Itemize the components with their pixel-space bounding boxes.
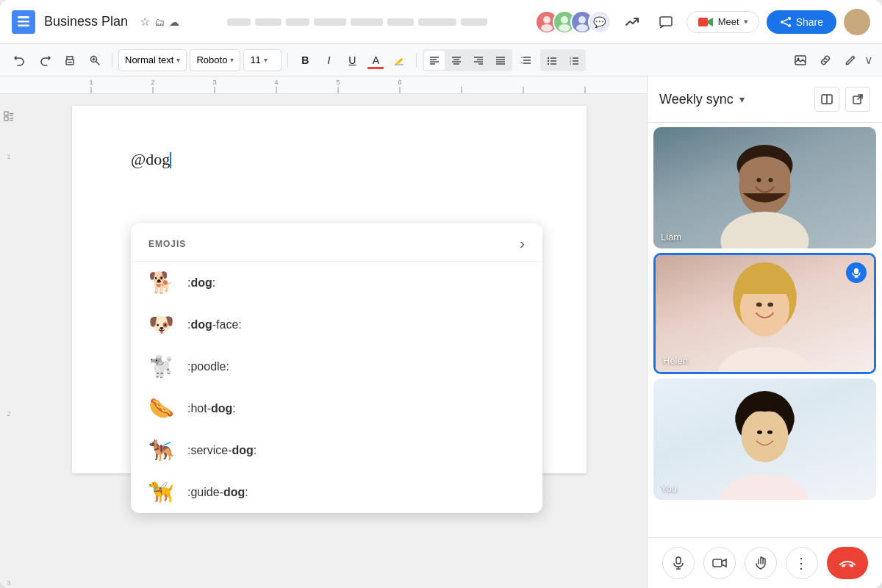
svg-point-16 [788, 24, 791, 27]
svg-point-8 [578, 16, 586, 24]
number-list-button[interactable]: 123 [564, 51, 584, 70]
svg-point-96 [719, 347, 811, 372]
comment-button[interactable] [653, 9, 679, 35]
emoji-item-poodle[interactable]: 🐩 :poodle: [131, 345, 542, 387]
svg-point-4 [543, 16, 551, 24]
zoom-button[interactable] [84, 49, 106, 71]
doc-content-area[interactable]: @dog [131, 150, 528, 169]
video-list: Liam [648, 123, 882, 537]
user-avatar[interactable] [844, 9, 870, 35]
end-call-button[interactable] [827, 547, 868, 579]
svg-rect-10 [660, 17, 672, 26]
ruler-area: 1 2 3 4 5 6 [0, 76, 647, 94]
folder-icon[interactable]: 🗂 [154, 16, 165, 28]
svg-rect-78 [4, 112, 8, 115]
bullet-list-button[interactable] [542, 51, 562, 70]
highlight-button[interactable] [388, 49, 410, 71]
outline-icon[interactable] [1, 109, 16, 123]
emoji-item-dog-face[interactable]: 🐶 :dog-face: [131, 304, 542, 345]
hand-raise-button[interactable] [745, 547, 777, 579]
svg-line-87 [858, 95, 862, 99]
menu-insert[interactable] [314, 18, 346, 26]
meet-title-chevron-icon[interactable]: ▾ [739, 93, 745, 105]
video-mic-icon-helen [846, 262, 867, 283]
meet-popout-button[interactable] [845, 87, 870, 112]
menu-bar [227, 18, 487, 26]
undo-button[interactable] [9, 49, 31, 71]
align-right-button[interactable] [468, 51, 489, 70]
svg-marker-13 [708, 18, 713, 26]
font-select[interactable]: Roboto ▾ [190, 49, 240, 71]
redo-button[interactable] [34, 49, 56, 71]
print-button[interactable] [59, 49, 81, 71]
menu-edit[interactable] [255, 18, 282, 26]
svg-text:3: 3 [570, 62, 572, 65]
video-label-you: You [661, 483, 677, 494]
meet-button[interactable]: Meet ▾ [686, 11, 759, 33]
emoji-item-hotdog[interactable]: 🌭 :hot-dog: [131, 387, 542, 429]
main-area: 1 2 3 4 5 6 [0, 76, 882, 588]
mic-control-button[interactable] [662, 547, 695, 579]
svg-rect-110 [713, 559, 722, 567]
menu-view[interactable] [286, 18, 309, 26]
pencil-button[interactable] [839, 49, 861, 71]
svg-marker-111 [722, 559, 726, 567]
page-number-2: 2 [7, 410, 10, 417]
underline-button[interactable]: U [341, 49, 363, 71]
svg-point-20 [850, 25, 864, 34]
emoji-dogface-label: :dog-face: [187, 318, 242, 331]
size-select[interactable]: 11 ▾ [243, 49, 282, 71]
emoji-item-servicedog[interactable]: 🐕‍🦺 :service-dog: [131, 429, 542, 471]
emoji-item-guidedog[interactable]: 🦮 :guide-dog: [131, 471, 542, 513]
video-tile-helen[interactable]: Helen [653, 253, 876, 374]
menu-extensions[interactable] [418, 18, 456, 26]
emoji-dog-glyph: 🐕 [148, 270, 174, 295]
share-button[interactable]: Share [767, 10, 836, 34]
align-center-button[interactable] [446, 51, 467, 70]
svg-point-49 [548, 62, 549, 64]
menu-format[interactable] [351, 18, 383, 26]
align-left-button[interactable] [424, 51, 445, 70]
insert-link-button[interactable] [814, 49, 836, 71]
star-icon[interactable]: ☆ [140, 15, 150, 29]
cursor-caret [170, 152, 171, 168]
size-chevron-icon: ▾ [264, 56, 268, 64]
menu-file[interactable] [227, 18, 251, 26]
bold-button[interactable]: B [294, 49, 316, 71]
typed-text: @dog [131, 150, 170, 168]
svg-text:4: 4 [274, 79, 278, 86]
doc-page[interactable]: @dog EMOJIS › 🐕 :dog: [72, 106, 587, 473]
svg-text:6: 6 [398, 79, 401, 86]
menu-tools[interactable] [387, 18, 414, 26]
text-color-button[interactable]: A [365, 49, 387, 71]
camera-control-button[interactable] [703, 547, 736, 579]
right-scrollbar[interactable] [641, 94, 647, 588]
style-select[interactable]: Normal text ▾ [118, 49, 187, 71]
svg-line-24 [96, 61, 100, 65]
video-tile-you[interactable]: You [653, 379, 876, 500]
emoji-guidedog-label: :guide-dog: [187, 486, 248, 499]
insert-image-button[interactable] [789, 49, 811, 71]
ruler-left-margin [0, 76, 29, 94]
toolbar-chevron-icon: ∨ [864, 53, 873, 67]
trending-button[interactable] [619, 9, 645, 35]
doc-scroll-area: 1 2 3 4 @dog [0, 94, 647, 588]
line-spacing-button[interactable] [515, 49, 537, 71]
more-options-button[interactable]: ⋮ [786, 547, 818, 579]
svg-point-90 [739, 157, 791, 193]
emoji-arrow-button[interactable]: › [520, 235, 525, 252]
meet-title-area: Weekly sync ▾ [659, 92, 745, 107]
svg-text:1: 1 [89, 79, 93, 86]
menu-help[interactable] [461, 18, 487, 26]
align-justify-button[interactable] [490, 51, 511, 70]
cloud-icon[interactable]: ☁ [169, 16, 179, 28]
list-buttons: 123 [540, 49, 586, 71]
italic-button[interactable]: I [318, 49, 340, 71]
meet-layout-button[interactable] [814, 87, 839, 112]
meet-panel: Weekly sync ▾ [647, 76, 882, 588]
avatar-chat[interactable]: 💬 [588, 10, 612, 34]
emoji-item-dog[interactable]: 🐕 :dog: [131, 262, 542, 304]
size-select-label: 11 [250, 54, 260, 65]
svg-point-104 [721, 474, 809, 500]
video-tile-liam[interactable]: Liam [653, 127, 876, 248]
